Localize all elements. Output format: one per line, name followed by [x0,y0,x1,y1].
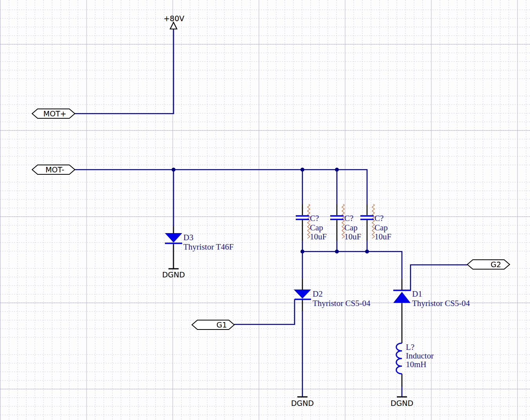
inductor-l1-symbol[interactable] [396,343,402,374]
gnd-label[interactable]: DGND [291,399,314,407]
wires-layer [75,29,467,396]
junction-dots [172,168,369,253]
d3-designator-label[interactable]: D3 [183,233,194,242]
capacitor-c3-symbol[interactable] [360,216,374,219]
wire-d1-gate-to-g2[interactable] [411,265,467,290]
port-mot-minus-label[interactable]: MOT- [45,165,64,174]
c3-designator-label[interactable]: C? [374,214,383,223]
vcc-label[interactable]: +80V [163,14,184,23]
power-port-gnd-d3[interactable]: DGND [162,269,185,279]
c2-comment-label[interactable]: Cap [344,223,358,232]
junction-dot [365,250,369,253]
labels-layer: D3 Thyristor T46F D2 Thyristor CS5-04 D1… [183,214,470,369]
port-g2-label[interactable]: G2 [491,260,501,269]
d3-triangle[interactable] [165,233,182,243]
thyristor-d1-symbol[interactable] [393,290,411,303]
capacitor-c1-symbol[interactable] [296,216,309,219]
schematic-canvas: +80V DGND DGND DGND MOT+ MOT- G1 G2 D3 T… [0,0,530,420]
junction-dot [300,250,304,253]
wire-vcc-to-motplus[interactable] [75,29,174,114]
pins-layer [174,204,402,386]
c1-designator-label[interactable]: C? [310,214,319,223]
port-mot-plus-label[interactable]: MOT+ [43,109,67,118]
c1-comment-label[interactable]: Cap [310,223,323,232]
port-g1-label[interactable]: G1 [217,320,227,329]
d1-triangle[interactable] [393,292,411,303]
c2-value-label[interactable]: 10uF [344,232,361,241]
junction-dot [300,168,304,172]
wire-cap-bus[interactable] [302,252,402,279]
power-port-gnd-l[interactable]: DGND [391,397,413,407]
port-mot-plus[interactable]: MOT+ [32,109,75,118]
d2-designator-label[interactable]: D2 [313,289,323,299]
c3-value-label[interactable]: 10uF [374,232,391,241]
port-mot-minus[interactable]: MOT- [32,165,75,174]
d1-designator-label[interactable]: D1 [412,289,422,299]
d3-comment-label[interactable]: Thyristor T46F [183,242,234,252]
l1-comment-label[interactable]: Inductor [406,351,434,360]
d1-comment-label[interactable]: Thyristor CS5-04 [412,299,470,308]
l1-value-label[interactable]: 10mH [406,360,427,369]
wire-motminus-bus[interactable] [75,170,367,204]
port-g2[interactable]: G2 [467,260,510,269]
thyristor-d3-symbol[interactable] [165,233,182,243]
c3-comment-label[interactable]: Cap [374,223,388,232]
c1-value-label[interactable]: 10uF [310,232,327,241]
gnd-label[interactable]: DGND [162,270,185,279]
junction-dot [335,168,339,172]
port-g1[interactable]: G1 [192,320,234,329]
d2-comment-label[interactable]: Thyristor CS5-04 [313,299,371,308]
port-g1-shape[interactable] [192,320,234,329]
wire-g1-to-d2-gate[interactable] [234,299,295,324]
schematic-grid [0,0,530,420]
l1-designator-label[interactable]: L? [406,342,414,352]
c2-designator-label[interactable]: C? [344,214,353,223]
vcc-arrow-icon[interactable] [170,22,177,29]
capacitor-c2-symbol[interactable] [330,216,344,219]
port-g2-shape[interactable] [467,260,510,269]
junction-dot [335,250,339,253]
junction-dot [172,168,175,172]
gnd-label[interactable]: DGND [391,399,413,407]
power-port-gnd-d2[interactable]: DGND [291,397,314,407]
